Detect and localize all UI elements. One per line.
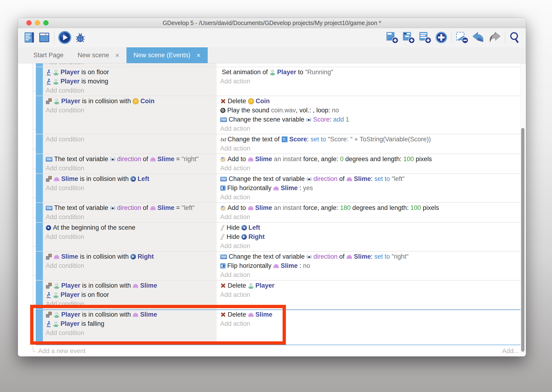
event-drag-bar[interactable] [36, 280, 43, 309]
action-item[interactable]: VarChange the scene variable {◆}Score: a… [217, 115, 524, 124]
window-title: GDevelop 5 - /Users/david/Documents/GDev… [163, 20, 381, 26]
event-drag-bar[interactable] [36, 154, 43, 173]
add-condition-link[interactable]: Add condition [43, 212, 217, 222]
add-more-link[interactable]: Add... [502, 348, 519, 355]
add-action-link[interactable]: Add action [217, 290, 524, 299]
condition-item[interactable]: Player is moving [43, 77, 217, 86]
tab-new-scene-events[interactable]: New scene (Events)× [126, 47, 208, 63]
add-condition-link[interactable]: Add condition [43, 63, 217, 67]
conditions-column: VarThe text of variable {◆}direction of … [43, 203, 217, 222]
add-action-link[interactable]: Add action [217, 241, 524, 251]
text-segment: Slime [140, 311, 157, 318]
action-item[interactable]: Play the sound coin.wav, vol.: , loop: n… [217, 106, 524, 115]
redo-button[interactable] [487, 31, 503, 44]
search-button[interactable] [508, 31, 522, 45]
action-item[interactable]: Hide ◀Left [217, 223, 524, 232]
add-condition-link[interactable]: Add condition [43, 86, 217, 95]
condition-item[interactable]: Player is in collision with Slime [43, 281, 217, 290]
add-condition-link[interactable]: Add condition [43, 261, 217, 270]
txt-icon: txt [220, 137, 226, 142]
condition-item[interactable]: Player is on floor [43, 290, 217, 299]
add-action-link[interactable]: Add action [217, 270, 524, 280]
add-action-link[interactable]: Add action [217, 319, 524, 328]
event-row[interactable]: Slime is in collision with ▶RightAdd con… [36, 252, 524, 280]
add-condition-link[interactable]: Add condition [43, 164, 217, 173]
event-row[interactable]: Slime is in collision with ◀LeftAdd cond… [36, 174, 524, 203]
tab-new-scene[interactable]: New scene× [71, 47, 126, 63]
condition-item[interactable]: Player is on floor [43, 68, 217, 77]
action-item[interactable]: Add to Slime an instant force, angle: 0 … [217, 154, 524, 164]
condition-item[interactable]: Player is falling [43, 319, 217, 328]
condition-item[interactable]: VarThe text of variable {◆}direction of … [43, 203, 217, 212]
add-sub-event-button[interactable] [400, 31, 417, 45]
event-drag-bar[interactable] [36, 252, 43, 280]
close-window-button[interactable] [26, 20, 32, 25]
condition-item[interactable]: At the beginning of the scene [43, 223, 217, 232]
event-drag-bar[interactable] [36, 174, 43, 202]
scene-editor-button[interactable] [37, 31, 52, 45]
add-condition-link[interactable]: Add condition [43, 299, 217, 309]
event-drag-bar[interactable] [36, 67, 43, 96]
debug-button[interactable] [73, 31, 88, 45]
action-item[interactable]: Set animation of Player to "Running" [217, 68, 524, 77]
add-action-link[interactable]: Add action [217, 144, 524, 153]
condition-item[interactable]: Player is in collision with Coin [43, 97, 217, 106]
add-condition-link[interactable]: Add condition [43, 232, 217, 241]
scrollbar-thumb[interactable] [521, 128, 524, 352]
action-item[interactable]: Flip horizontally Slime : yes [217, 183, 524, 193]
minimize-window-button[interactable] [35, 20, 40, 25]
remove-event-button[interactable] [454, 31, 470, 45]
project-manager-button[interactable] [22, 31, 37, 45]
preview-play-button[interactable] [57, 30, 73, 45]
condition-item[interactable]: Slime is in collision with ▶Right [43, 252, 217, 261]
event-row[interactable]: VarThe text of variable {◆}direction of … [36, 203, 524, 223]
add-condition-link[interactable]: Add condition [43, 183, 217, 193]
add-action-link[interactable]: Add action [217, 212, 524, 222]
close-icon[interactable]: × [115, 52, 119, 59]
action-item[interactable]: VarChange the text of variable {◆}direct… [217, 252, 524, 261]
action-item[interactable]: Hide ▶Right [217, 232, 524, 241]
event-drag-bar[interactable] [36, 63, 43, 67]
event-drag-bar[interactable] [36, 309, 43, 345]
add-condition-link[interactable]: Add condition [43, 135, 217, 144]
add-condition-link[interactable]: Add condition [43, 106, 217, 115]
event-row[interactable]: Player is in collision with SlimePlayer … [36, 280, 524, 309]
close-icon[interactable]: × [196, 52, 201, 59]
condition-item[interactable]: VarThe text of variable {◆}direction of … [43, 154, 217, 164]
add-new-button[interactable] [434, 31, 449, 45]
event-row[interactable]: VarThe text of variable {◆}direction of … [36, 154, 524, 174]
add-comment-button[interactable] [417, 31, 434, 45]
window-titlebar[interactable]: GDevelop 5 - /Users/david/Documents/GDev… [18, 18, 526, 28]
add-condition-link[interactable]: Add condition [43, 328, 217, 338]
event-drag-bar[interactable] [36, 203, 43, 222]
event-row[interactable]: At the beginning of the sceneAdd conditi… [36, 223, 524, 252]
action-item[interactable]: Flip horizontally Slime : no [217, 261, 524, 270]
event-row[interactable]: Add conditiontxtChange the text of TxSco… [36, 134, 524, 154]
event-drag-bar[interactable] [36, 96, 43, 134]
add-action-link[interactable]: Add action [217, 124, 524, 133]
event-drag-bar[interactable] [36, 134, 43, 154]
add-action-link[interactable]: Add action [217, 164, 524, 173]
action-item[interactable]: Delete Player [217, 281, 524, 290]
event-row[interactable]: Player is in collision with SlimePlayer … [36, 309, 524, 345]
action-item[interactable]: Delete Coin [217, 97, 524, 106]
add-action-link[interactable]: Add action [217, 193, 524, 202]
add-event-button[interactable] [384, 31, 400, 45]
action-item[interactable]: Delete Slime [217, 310, 524, 319]
var-icon: Var [46, 206, 53, 210]
event-drag-bar[interactable] [36, 223, 43, 251]
event-row[interactable]: Player is in collision with CoinAdd cond… [36, 96, 524, 134]
condition-item[interactable]: Slime is in collision with ◀Left [43, 174, 217, 183]
add-action-link[interactable]: Add action [217, 77, 524, 86]
condition-item[interactable]: Player is in collision with Slime [43, 310, 217, 319]
zoom-window-button[interactable] [43, 20, 48, 25]
tab-start-page[interactable]: Start Page [26, 47, 71, 63]
event-row[interactable]: Player is on floorPlayer is movingAdd co… [36, 67, 524, 96]
action-item[interactable]: Add to Slime an instant force, angle: 18… [217, 203, 524, 212]
undo-button[interactable] [470, 31, 487, 44]
action-item[interactable]: txtChange the text of TxScore: set to "S… [217, 135, 524, 144]
add-new-event-link[interactable]: Add a new event [33, 348, 85, 355]
conditions-column: Add condition [43, 134, 217, 154]
action-item[interactable]: VarChange the text of variable {◆}direct… [217, 174, 524, 183]
event-row[interactable]: Add condition [36, 63, 524, 67]
